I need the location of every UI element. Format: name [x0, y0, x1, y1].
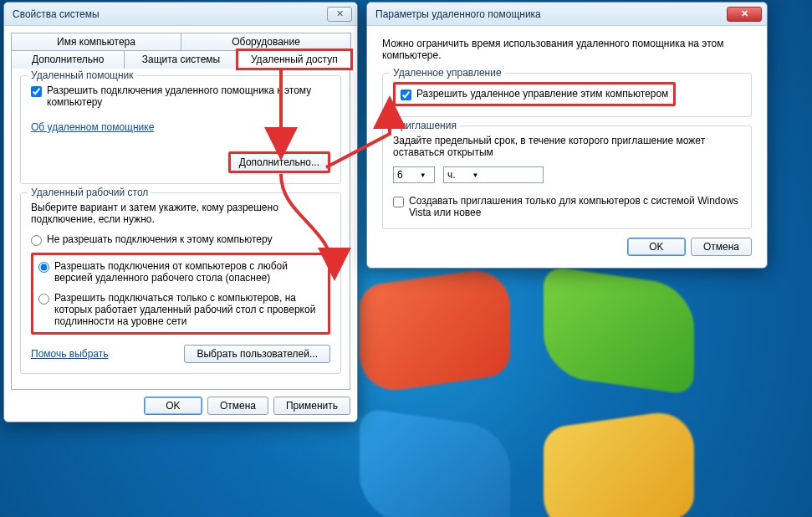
- advanced-button[interactable]: Дополнительно...: [228, 151, 330, 173]
- windows-logo: [360, 276, 694, 517]
- tab-system-protection[interactable]: Защита системы: [124, 50, 237, 69]
- inv-value: 6: [397, 169, 403, 181]
- titlebar-system-properties[interactable]: Свойства системы ✕: [4, 3, 357, 26]
- tab-hardware[interactable]: Оборудование: [181, 33, 351, 50]
- window-title: Свойства системы: [13, 8, 327, 20]
- inv-hint: Задайте предельный срок, в течение котор…: [393, 135, 741, 158]
- rdp-options-highlight: Разрешать подключения от компьютеров с л…: [31, 253, 330, 335]
- remote-desktop-group: Удаленный рабочий стол Выберите вариант …: [20, 192, 341, 374]
- cancel-button[interactable]: Отмена: [207, 397, 268, 415]
- rc-legend: Удаленное управление: [390, 67, 505, 79]
- rc-allow-checkbox[interactable]: Разрешить удаленное управление этим комп…: [401, 88, 668, 100]
- tabs: Имя компьютера Оборудование Дополнительн…: [11, 33, 350, 69]
- window-title: Параметры удаленного помощника: [375, 8, 727, 20]
- system-properties-window: Свойства системы ✕ Имя компьютера Оборуд…: [3, 2, 358, 422]
- rdp-opt-nla[interactable]: Разрешить подключаться только с компьюте…: [38, 292, 323, 327]
- rdp-opt-none[interactable]: Не разрешать подключения к этому компьют…: [31, 233, 330, 246]
- vista-only-label: Создавать приглашения только для компьют…: [409, 195, 741, 218]
- inv-unit: ч.: [447, 169, 456, 181]
- rdp-opt-any[interactable]: Разрешать подключения от компьютеров с л…: [38, 260, 323, 284]
- ra-allow-label: Разрешить подключения удаленного помощни…: [47, 84, 330, 108]
- ra-allow-checkbox[interactable]: Разрешить подключения удаленного помощни…: [31, 84, 330, 108]
- tab-computer-name[interactable]: Имя компьютера: [11, 33, 181, 50]
- rdp-opt-none-label: Не разрешать подключения к этому компьют…: [47, 233, 273, 245]
- invitations-group: Приглашения Задайте предельный срок, в т…: [382, 125, 752, 229]
- inv-legend: Приглашения: [390, 120, 460, 131]
- ok-button[interactable]: OK: [627, 238, 686, 256]
- chevron-down-icon: ▼: [472, 171, 479, 179]
- rdp-opt-any-input[interactable]: [38, 262, 49, 273]
- close-icon[interactable]: ✕: [727, 7, 762, 22]
- vista-only-input[interactable]: [393, 197, 404, 207]
- vista-only-checkbox[interactable]: Создавать приглашения только для компьют…: [393, 195, 741, 218]
- ra-intro: Можно ограничить время использования уда…: [382, 38, 752, 61]
- rdp-opt-none-input[interactable]: [31, 235, 42, 246]
- help-choose-link[interactable]: Помочь выбрать: [31, 348, 109, 360]
- inv-unit-select[interactable]: ч. ▼: [443, 166, 544, 183]
- inv-value-select[interactable]: 6 ▼: [393, 166, 435, 183]
- rdp-opt-nla-label: Разрешить подключаться только с компьюте…: [54, 292, 323, 327]
- ra-legend: Удаленный помощник: [28, 69, 137, 81]
- tab-remote[interactable]: Удаленный доступ: [237, 50, 351, 69]
- rc-allow-label: Разрешить удаленное управление этим комп…: [416, 88, 668, 100]
- apply-button[interactable]: Применить: [273, 397, 350, 415]
- about-ra-link[interactable]: Об удаленном помощнике: [31, 121, 154, 133]
- remote-control-group: Удаленное управление Разрешить удаленное…: [382, 73, 752, 117]
- remote-assistance-group: Удаленный помощник Разрешить подключения…: [20, 75, 341, 184]
- cancel-button[interactable]: Отмена: [691, 238, 752, 256]
- rdp-legend: Удаленный рабочий стол: [28, 187, 151, 198]
- chevron-down-icon: ▼: [420, 171, 426, 179]
- rdp-opt-any-label: Разрешать подключения от компьютеров с л…: [54, 260, 323, 284]
- rc-allow-input[interactable]: [401, 90, 411, 100]
- select-users-button[interactable]: Выбрать пользователей...: [184, 345, 330, 363]
- rdp-opt-nla-input[interactable]: [38, 294, 49, 305]
- rdp-hint: Выберите вариант и затем укажите, кому р…: [31, 202, 307, 225]
- ra-allow-input[interactable]: [31, 86, 42, 97]
- ok-button[interactable]: OK: [144, 397, 202, 415]
- close-icon[interactable]: ✕: [327, 7, 352, 22]
- titlebar-ra-settings[interactable]: Параметры удаленного помощника ✕: [367, 3, 767, 26]
- ra-settings-window: Параметры удаленного помощника ✕ Можно о…: [366, 2, 768, 269]
- tab-advanced[interactable]: Дополнительно: [11, 50, 125, 69]
